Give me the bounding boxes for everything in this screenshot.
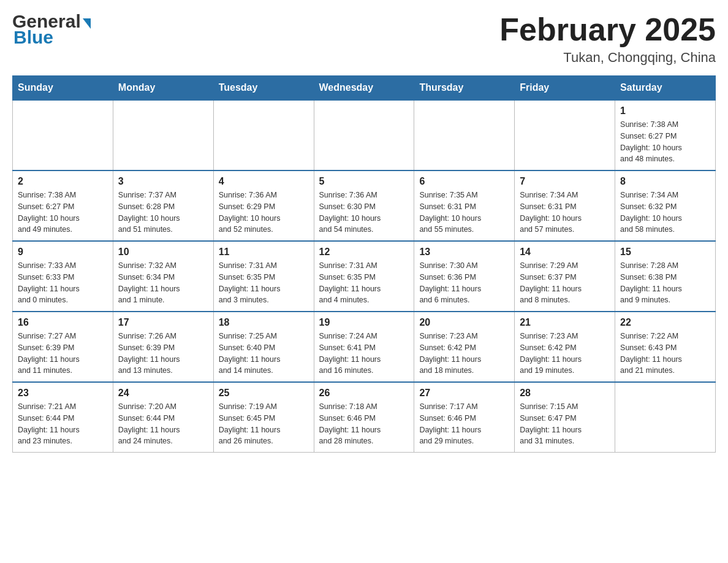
calendar-header-sunday: Sunday bbox=[13, 76, 113, 101]
calendar-cell: 13Sunrise: 7:30 AM Sunset: 6:36 PM Dayli… bbox=[414, 241, 515, 312]
day-info: Sunrise: 7:17 AM Sunset: 6:46 PM Dayligh… bbox=[419, 401, 509, 447]
calendar-cell: 2Sunrise: 7:38 AM Sunset: 6:27 PM Daylig… bbox=[13, 170, 113, 241]
calendar-cell bbox=[515, 100, 615, 170]
day-number: 10 bbox=[118, 247, 208, 258]
calendar-table: SundayMondayTuesdayWednesdayThursdayFrid… bbox=[12, 75, 716, 453]
calendar-cell bbox=[113, 100, 213, 170]
calendar-cell: 11Sunrise: 7:31 AM Sunset: 6:35 PM Dayli… bbox=[213, 241, 314, 312]
day-number: 11 bbox=[219, 247, 309, 258]
day-info: Sunrise: 7:23 AM Sunset: 6:42 PM Dayligh… bbox=[520, 331, 610, 377]
logo: General Blue bbox=[12, 12, 91, 47]
day-info: Sunrise: 7:36 AM Sunset: 6:30 PM Dayligh… bbox=[319, 190, 409, 236]
day-info: Sunrise: 7:22 AM Sunset: 6:43 PM Dayligh… bbox=[620, 331, 710, 377]
day-info: Sunrise: 7:18 AM Sunset: 6:46 PM Dayligh… bbox=[319, 401, 409, 447]
day-number: 1 bbox=[620, 105, 710, 117]
calendar-cell: 1Sunrise: 7:38 AM Sunset: 6:27 PM Daylig… bbox=[615, 100, 716, 170]
calendar-cell: 8Sunrise: 7:34 AM Sunset: 6:32 PM Daylig… bbox=[615, 170, 716, 241]
day-number: 14 bbox=[520, 247, 610, 258]
calendar-cell: 16Sunrise: 7:27 AM Sunset: 6:39 PM Dayli… bbox=[13, 312, 113, 382]
day-number: 20 bbox=[419, 317, 509, 328]
calendar-cell: 10Sunrise: 7:32 AM Sunset: 6:34 PM Dayli… bbox=[113, 241, 213, 312]
calendar-cell: 12Sunrise: 7:31 AM Sunset: 6:35 PM Dayli… bbox=[314, 241, 414, 312]
day-number: 22 bbox=[620, 317, 710, 328]
calendar-header-monday: Monday bbox=[113, 76, 213, 101]
day-info: Sunrise: 7:34 AM Sunset: 6:32 PM Dayligh… bbox=[620, 190, 710, 236]
day-info: Sunrise: 7:24 AM Sunset: 6:41 PM Dayligh… bbox=[319, 331, 409, 377]
day-info: Sunrise: 7:15 AM Sunset: 6:47 PM Dayligh… bbox=[520, 401, 610, 447]
calendar-cell bbox=[314, 100, 414, 170]
week-row-1: 1Sunrise: 7:38 AM Sunset: 6:27 PM Daylig… bbox=[13, 100, 716, 170]
day-info: Sunrise: 7:27 AM Sunset: 6:39 PM Dayligh… bbox=[18, 331, 108, 377]
calendar-cell: 6Sunrise: 7:35 AM Sunset: 6:31 PM Daylig… bbox=[414, 170, 515, 241]
day-info: Sunrise: 7:21 AM Sunset: 6:44 PM Dayligh… bbox=[18, 401, 108, 447]
week-row-3: 9Sunrise: 7:33 AM Sunset: 6:33 PM Daylig… bbox=[13, 241, 716, 312]
day-info: Sunrise: 7:31 AM Sunset: 6:35 PM Dayligh… bbox=[219, 260, 309, 306]
day-number: 24 bbox=[118, 388, 208, 399]
calendar-cell: 20Sunrise: 7:23 AM Sunset: 6:42 PM Dayli… bbox=[414, 312, 515, 382]
day-number: 17 bbox=[118, 317, 208, 328]
day-info: Sunrise: 7:38 AM Sunset: 6:27 PM Dayligh… bbox=[18, 190, 108, 236]
day-number: 7 bbox=[520, 176, 610, 187]
calendar-cell: 7Sunrise: 7:34 AM Sunset: 6:31 PM Daylig… bbox=[515, 170, 615, 241]
day-info: Sunrise: 7:37 AM Sunset: 6:28 PM Dayligh… bbox=[118, 190, 208, 236]
calendar-header-row: SundayMondayTuesdayWednesdayThursdayFrid… bbox=[13, 76, 716, 101]
calendar-cell: 24Sunrise: 7:20 AM Sunset: 6:44 PM Dayli… bbox=[113, 382, 213, 453]
subtitle: Tukan, Chongqing, China bbox=[499, 50, 716, 66]
day-number: 25 bbox=[219, 388, 309, 399]
calendar-header-friday: Friday bbox=[515, 76, 615, 101]
day-info: Sunrise: 7:30 AM Sunset: 6:36 PM Dayligh… bbox=[419, 260, 509, 306]
day-info: Sunrise: 7:28 AM Sunset: 6:38 PM Dayligh… bbox=[620, 260, 710, 306]
calendar-header-saturday: Saturday bbox=[615, 76, 716, 101]
calendar-cell: 22Sunrise: 7:22 AM Sunset: 6:43 PM Dayli… bbox=[615, 312, 716, 382]
calendar-cell: 23Sunrise: 7:21 AM Sunset: 6:44 PM Dayli… bbox=[13, 382, 113, 453]
day-number: 23 bbox=[18, 388, 108, 399]
day-info: Sunrise: 7:31 AM Sunset: 6:35 PM Dayligh… bbox=[319, 260, 409, 306]
logo-arrow-icon bbox=[83, 18, 91, 29]
day-info: Sunrise: 7:20 AM Sunset: 6:44 PM Dayligh… bbox=[118, 401, 208, 447]
day-number: 12 bbox=[319, 247, 409, 258]
calendar-cell: 21Sunrise: 7:23 AM Sunset: 6:42 PM Dayli… bbox=[515, 312, 615, 382]
day-number: 27 bbox=[419, 388, 509, 399]
day-number: 19 bbox=[319, 317, 409, 328]
day-number: 21 bbox=[520, 317, 610, 328]
calendar-cell: 15Sunrise: 7:28 AM Sunset: 6:38 PM Dayli… bbox=[615, 241, 716, 312]
day-number: 9 bbox=[18, 247, 108, 258]
day-info: Sunrise: 7:34 AM Sunset: 6:31 PM Dayligh… bbox=[520, 190, 610, 236]
day-number: 15 bbox=[620, 247, 710, 258]
calendar-cell: 19Sunrise: 7:24 AM Sunset: 6:41 PM Dayli… bbox=[314, 312, 414, 382]
calendar-cell: 5Sunrise: 7:36 AM Sunset: 6:30 PM Daylig… bbox=[314, 170, 414, 241]
calendar-cell bbox=[414, 100, 515, 170]
day-number: 13 bbox=[419, 247, 509, 258]
week-row-4: 16Sunrise: 7:27 AM Sunset: 6:39 PM Dayli… bbox=[13, 312, 716, 382]
day-info: Sunrise: 7:29 AM Sunset: 6:37 PM Dayligh… bbox=[520, 260, 610, 306]
day-number: 16 bbox=[18, 317, 108, 328]
week-row-2: 2Sunrise: 7:38 AM Sunset: 6:27 PM Daylig… bbox=[13, 170, 716, 241]
day-info: Sunrise: 7:36 AM Sunset: 6:29 PM Dayligh… bbox=[219, 190, 309, 236]
day-info: Sunrise: 7:19 AM Sunset: 6:45 PM Dayligh… bbox=[219, 401, 309, 447]
day-info: Sunrise: 7:32 AM Sunset: 6:34 PM Dayligh… bbox=[118, 260, 208, 306]
day-number: 26 bbox=[319, 388, 409, 399]
day-number: 4 bbox=[219, 176, 309, 187]
calendar-cell: 26Sunrise: 7:18 AM Sunset: 6:46 PM Dayli… bbox=[314, 382, 414, 453]
calendar-cell: 14Sunrise: 7:29 AM Sunset: 6:37 PM Dayli… bbox=[515, 241, 615, 312]
week-row-5: 23Sunrise: 7:21 AM Sunset: 6:44 PM Dayli… bbox=[13, 382, 716, 453]
day-info: Sunrise: 7:38 AM Sunset: 6:27 PM Dayligh… bbox=[620, 119, 710, 165]
day-number: 6 bbox=[419, 176, 509, 187]
calendar-cell bbox=[13, 100, 113, 170]
calendar-cell: 25Sunrise: 7:19 AM Sunset: 6:45 PM Dayli… bbox=[213, 382, 314, 453]
day-info: Sunrise: 7:23 AM Sunset: 6:42 PM Dayligh… bbox=[419, 331, 509, 377]
calendar-header-thursday: Thursday bbox=[414, 76, 515, 101]
day-info: Sunrise: 7:35 AM Sunset: 6:31 PM Dayligh… bbox=[419, 190, 509, 236]
day-number: 2 bbox=[18, 176, 108, 187]
main-title: February 2025 bbox=[499, 12, 716, 47]
calendar-cell: 27Sunrise: 7:17 AM Sunset: 6:46 PM Dayli… bbox=[414, 382, 515, 453]
calendar-cell: 28Sunrise: 7:15 AM Sunset: 6:47 PM Dayli… bbox=[515, 382, 615, 453]
calendar-header-wednesday: Wednesday bbox=[314, 76, 414, 101]
calendar-cell: 17Sunrise: 7:26 AM Sunset: 6:39 PM Dayli… bbox=[113, 312, 213, 382]
calendar-cell bbox=[615, 382, 716, 453]
day-number: 5 bbox=[319, 176, 409, 187]
calendar-header-tuesday: Tuesday bbox=[213, 76, 314, 101]
day-info: Sunrise: 7:33 AM Sunset: 6:33 PM Dayligh… bbox=[18, 260, 108, 306]
title-section: February 2025 Tukan, Chongqing, China bbox=[499, 12, 716, 66]
calendar-cell: 18Sunrise: 7:25 AM Sunset: 6:40 PM Dayli… bbox=[213, 312, 314, 382]
